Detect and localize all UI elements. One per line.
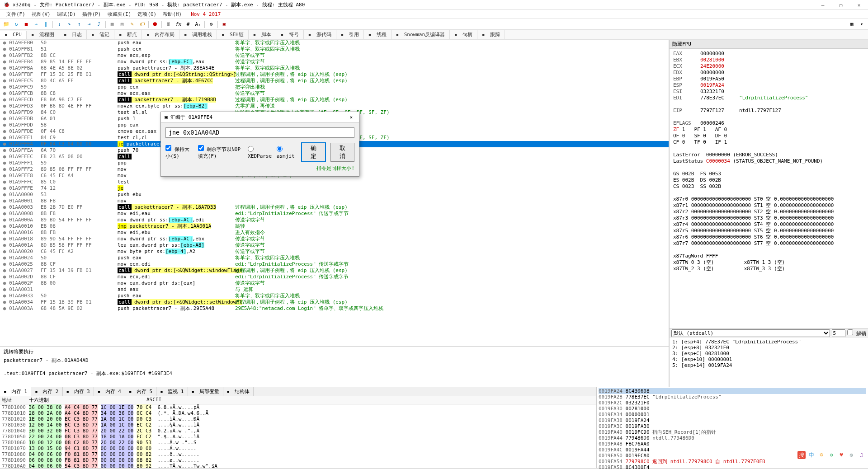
disasm-row[interactable]: ●01A9FFB28B CCmov ecx,esp传送字或字节 <box>0 52 669 59</box>
mem-tab-6[interactable]: ▪局部变量 <box>188 387 223 396</box>
minimize-button[interactable]: — <box>814 0 832 10</box>
menu-help[interactable]: 帮助(H) <box>160 10 184 19</box>
tab-mem[interactable]: ▪内存布局 <box>142 30 179 39</box>
ok-button[interactable]: 确定 <box>301 142 326 162</box>
menu-favorites[interactable]: 收藏夹(I) <box>105 10 134 19</box>
patch-icon[interactable]: ▦ <box>108 20 117 29</box>
tab-stack[interactable]: ▪调用堆栈 <box>179 30 217 39</box>
menu-debug[interactable]: 调试(D) <box>54 10 79 19</box>
tab-log[interactable]: ▪日志 <box>59 30 87 39</box>
tray-icon-0[interactable]: 搜 <box>797 451 806 459</box>
menu-file[interactable]: 文件(F) <box>4 10 28 19</box>
memory-dump[interactable]: 778D1000 36 00 38 00 A4 C4 8D 77 1C 00 1… <box>0 404 596 468</box>
menu-view[interactable]: 视图(V) <box>29 10 53 19</box>
disasm-row[interactable]: ●01A9FFCDE8 BA 9B C7 FFcall packettracer… <box>0 97 669 103</box>
tray-icon-4[interactable]: ♥ <box>837 451 845 459</box>
tab-bp[interactable]: ▪断点 <box>114 30 142 39</box>
tray-icon-3[interactable]: ⊘ <box>827 451 835 459</box>
tab-src[interactable]: ▪源代码 <box>304 30 336 39</box>
disasm-row[interactable]: ●01AA000053push ebx <box>0 192 669 198</box>
disasm-row[interactable]: ●01AA003A68 48 5A 9E 02push packettracer… <box>0 305 669 312</box>
disasm-row[interactable]: ●01AA002F8B 00mov eax,dword ptr ds:[eax]… <box>0 280 669 286</box>
tab-trace[interactable]: ▪跟踪 <box>477 30 505 39</box>
comment-icon[interactable]: ✎ <box>127 20 137 29</box>
run-icon[interactable]: → <box>32 20 41 29</box>
tab-handle[interactable]: ▪句柄 <box>450 30 477 39</box>
run-till-ret-icon[interactable]: ⤴ <box>94 20 104 29</box>
xedparse-radio[interactable]: XEDParse <box>248 146 272 159</box>
disasm-row[interactable]: ●01A9FFB151push ecx将单字、双字或四字压入堆栈 <box>0 46 669 52</box>
hide-fpu-button[interactable]: 隐藏FPU <box>670 40 868 49</box>
step-over-icon[interactable]: ↷ <box>65 20 74 29</box>
disasm-row[interactable]: ●01AA00018B F8mov <box>0 198 669 204</box>
layout-icon[interactable]: ▦ <box>847 20 856 29</box>
tab-script[interactable]: ▪脚本 <box>249 30 276 39</box>
calling-convention-select[interactable]: 默认 (stdcall) <box>671 329 830 337</box>
calc-icon[interactable]: 🖩 <box>164 20 173 29</box>
settings-icon[interactable]: ⚙ <box>207 20 216 29</box>
disasm-row[interactable]: ●01AA00168B FBmov edi,ebx进入有效指令 <box>0 230 669 236</box>
close-button[interactable]: ✕ <box>850 0 868 10</box>
disasm-row[interactable]: ●01AA0010EB 08jmp packettracer7 - 副本.1AA… <box>0 223 669 230</box>
module-icon[interactable]: ▣ <box>220 20 229 29</box>
disasm-row[interactable]: ●01AA0003E8 2B 7D E0 FFcall packettracer… <box>0 204 669 211</box>
disasm-row[interactable]: ●01AA001889 9D 54 FF FF FFmov dword ptr … <box>0 236 669 242</box>
fx-icon[interactable]: fx <box>174 20 183 29</box>
disasm-row[interactable]: ●01A9FFB489 85 14 FF FF FFmov dword ptr … <box>0 59 669 65</box>
mem-tab-7[interactable]: ▪结构体 <box>223 387 254 396</box>
unlock-checkbox[interactable]: 解锁 <box>847 329 866 337</box>
tray-icon-5[interactable]: ⚙ <box>847 451 855 459</box>
pause-icon[interactable]: ‖ <box>42 20 51 29</box>
dialog-close-icon[interactable]: ✕ <box>347 114 355 120</box>
disasm-row[interactable]: ●01A9FFD30F B6 8D 4E FF FFmovzx ecx,byte… <box>0 103 669 109</box>
menu-options[interactable]: 选项(O) <box>135 10 159 19</box>
disasm-row[interactable]: ●01AA0020C6 45 FC A2mov byte ptr ss:[ebp… <box>0 249 669 255</box>
tray-icon-6[interactable]: ♫ <box>857 451 865 459</box>
hex-icon[interactable]: ⬢ <box>151 20 160 29</box>
disasm-row[interactable]: ●01A9FFBFFF 15 3C 25 FB 01call dword ptr… <box>0 71 669 78</box>
tab-thread[interactable]: ▪线程 <box>364 30 392 39</box>
step-out-icon[interactable]: ↑ <box>75 20 84 29</box>
tab-flow[interactable]: ▪流程图 <box>27 30 59 39</box>
step-into-icon[interactable]: ↓ <box>55 20 64 29</box>
disasm-row[interactable]: ●01AA001A8D 85 58 FF FF FFlea eax,dword … <box>0 242 669 249</box>
tab-snow[interactable]: ▪Snowman反编译器 <box>392 30 450 39</box>
fill-nop-checkbox[interactable]: 剩余字节以NOP填充(F) <box>198 145 244 159</box>
disasm-row[interactable]: ●01AA00258B CFmov ecx,ediedi:"LdrpInitia… <box>0 261 669 267</box>
mem-tab-3[interactable]: ▪内存 4 <box>94 387 125 396</box>
disasm-row[interactable]: ●01AA0034FF 15 18 39 FB 01call dword ptr… <box>0 299 669 305</box>
script-icon[interactable]: ▤ <box>118 20 127 29</box>
disasm-row[interactable]: ●01AA003350push eax将单字、双字或四字压入堆栈 <box>0 293 669 299</box>
mem-tab-4[interactable]: ▪内存 5 <box>125 387 156 396</box>
hash-icon[interactable]: # <box>184 20 193 29</box>
disassembly-view[interactable]: ●01A9FFB050push eax将单字、双字或四字压入堆栈●01A9FFB… <box>0 40 669 346</box>
dropdown-icon[interactable]: ▾ <box>857 20 866 29</box>
disasm-row[interactable]: ●01A9FFFC85 C0test <box>0 179 669 185</box>
tray-icon-1[interactable]: 中 <box>807 451 816 459</box>
tab-ref[interactable]: ▪引用 <box>336 30 364 39</box>
maximize-button[interactable]: ▢ <box>832 0 850 10</box>
registers-view[interactable]: EAX00000000EBX00281000ECX24E20000EDX0000… <box>670 49 868 328</box>
assemble-input[interactable] <box>165 127 354 138</box>
tab-sym[interactable]: ▪符号 <box>276 30 304 39</box>
menu-plugins[interactable]: 插件(P) <box>80 10 104 19</box>
label-icon[interactable]: 🏷 <box>137 20 146 29</box>
mem-tab-0[interactable]: ▪内存 1 <box>0 387 31 396</box>
stack-args-view[interactable]: 1: [esp+4] 778E37EC "LdrpInitializeProce… <box>670 338 868 387</box>
asmjit-radio[interactable]: asmjit <box>277 146 297 159</box>
disasm-row[interactable]: ●01AA000A89 BD 54 FF FF FFmov dword ptr … <box>0 217 669 223</box>
restart-icon[interactable]: ↻ <box>12 20 21 29</box>
disasm-row[interactable]: ●01AA0027FF 15 14 39 FB 01call dword ptr… <box>0 267 669 274</box>
tray-icon-2[interactable]: ☺ <box>817 451 826 459</box>
disasm-row[interactable]: ●01AA002D8B CFmov ecx,ediedi:"LdrpInitia… <box>0 274 669 280</box>
disasm-row[interactable]: ●01A9FFFE74 12je <box>0 185 669 192</box>
tab-seh[interactable]: ▪SEH链 <box>217 30 249 39</box>
disasm-row[interactable]: ●01A9FFB050push eax将单字、双字或四字压入堆栈 <box>0 40 669 46</box>
cancel-button[interactable]: 取消 <box>330 143 354 162</box>
mem-tab-2[interactable]: ▪内存 3 <box>63 387 94 396</box>
arg-count-input[interactable] <box>832 329 845 337</box>
font-icon[interactable]: Aₐ <box>193 20 203 29</box>
keep-size-checkbox[interactable]: 保持大小(S) <box>165 145 193 159</box>
mem-tab-1[interactable]: ▪内存 2 <box>31 387 62 396</box>
disasm-row[interactable]: ●01A9FFC959pop ecx把字弹出堆栈 <box>0 84 669 90</box>
